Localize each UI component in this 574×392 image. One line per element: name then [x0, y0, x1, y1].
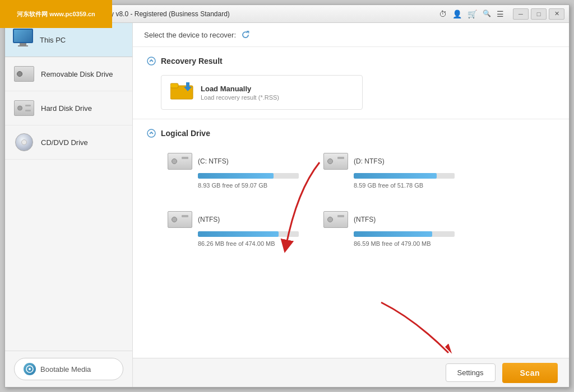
hamburger-icon[interactable]: ☰ — [497, 10, 504, 18]
drive-ntfs2-header: (NTFS) — [323, 211, 455, 228]
hard-disk-label: Hard Disk Drive — [41, 104, 92, 113]
logical-drive-section: Logical Drive (C: NTFS) — [133, 119, 569, 262]
drive-item-d[interactable]: (D: NTFS) 8.59 GB free of 51.78 GB — [317, 147, 461, 194]
load-manually-icon — [170, 81, 193, 104]
drive-ntfs2-icon — [323, 211, 348, 228]
title-bar-icons: ⏱ 👤 🛒 🔍 ☰ — [439, 10, 504, 18]
drive-c-info: 8.93 GB free of 59.07 GB — [198, 182, 299, 189]
app-window: MiniTool Power Data Recovery v8.0 - Regi… — [4, 4, 570, 388]
drive-c-icon — [168, 153, 192, 170]
device-label: Select the device to recover: — [144, 31, 236, 39]
watermark: 河东软件网 www.pc0359.cn — [0, 0, 112, 28]
close-button[interactable]: ✕ — [549, 8, 564, 20]
cd-dvd-icon — [14, 132, 34, 152]
bottom-bar: Settings Scan — [133, 358, 569, 387]
sidebar: This PC Removable Disk Drive — [5, 23, 133, 387]
minimize-button[interactable]: ─ — [513, 8, 529, 20]
computer-icon — [12, 29, 34, 51]
load-manually-item[interactable]: Load Manually Load recovery result (*.RS… — [161, 75, 363, 110]
removable-disk-label: Removable Disk Drive — [41, 70, 113, 78]
recovery-result-header: Recovery Result — [146, 56, 556, 66]
drive-d-name: (D: NTFS) — [354, 157, 385, 165]
sidebar-item-removable-disk[interactable]: Removable Disk Drive — [5, 57, 132, 91]
drive-c-header: (C: NTFS) — [168, 153, 299, 170]
drive-ntfs1-bar — [198, 231, 279, 237]
recovery-expand-icon[interactable] — [146, 56, 156, 66]
drive-c-bar-container — [198, 173, 299, 179]
svg-rect-4 — [170, 83, 178, 88]
drive-c-name: (C: NTFS) — [198, 157, 229, 165]
drive-c-bar — [198, 173, 274, 179]
drive-d-header: (D: NTFS) — [323, 153, 455, 170]
drive-ntfs2-info: 86.59 MB free of 479.00 MB — [354, 240, 455, 247]
drive-grid: (C: NTFS) 8.93 GB free of 59.07 GB ( — [161, 147, 556, 253]
drive-item-ntfs1[interactable]: (NTFS) 86.26 MB free of 474.00 MB — [161, 206, 305, 253]
recovery-result-section: Recovery Result — [133, 47, 569, 119]
content-area: Select the device to recover: — [133, 23, 569, 387]
bootable-icon — [24, 363, 36, 375]
maximize-button[interactable]: □ — [531, 8, 547, 20]
bootable-media-label: Bootable Media — [40, 365, 91, 374]
svg-point-2 — [147, 57, 155, 65]
sidebar-bottom: Bootable Media — [5, 351, 132, 387]
load-manually-subtitle: Load recovery result (*.RSS) — [201, 94, 279, 101]
logical-drive-header: Logical Drive — [146, 128, 556, 138]
drive-d-icon — [323, 153, 348, 170]
settings-button[interactable]: Settings — [446, 363, 496, 382]
logical-drive-expand-icon[interactable] — [146, 128, 156, 138]
drive-ntfs1-info: 86.26 MB free of 474.00 MB — [198, 240, 299, 247]
drive-d-info: 8.59 GB free of 51.78 GB — [354, 182, 455, 189]
removable-disk-icon — [14, 64, 34, 84]
hard-disk-icon — [14, 98, 34, 118]
svg-point-1 — [29, 368, 31, 370]
drive-ntfs2-name: (NTFS) — [354, 216, 376, 223]
sidebar-spacer — [5, 160, 132, 351]
drive-ntfs1-bar-container — [198, 231, 299, 237]
drive-item-ntfs2[interactable]: (NTFS) 86.59 MB free of 479.00 MB — [317, 206, 461, 253]
main-area: This PC Removable Disk Drive — [5, 23, 569, 387]
drive-d-bar — [354, 173, 437, 179]
title-bar-controls: ─ □ ✕ — [513, 8, 564, 20]
logical-drive-title: Logical Drive — [161, 129, 210, 138]
refresh-button[interactable] — [240, 30, 251, 40]
cart-icon[interactable]: 🛒 — [467, 10, 477, 18]
sidebar-item-this-pc[interactable]: This PC — [5, 23, 132, 57]
timer-icon[interactable]: ⏱ — [439, 10, 447, 18]
scroll-content: Recovery Result — [133, 47, 569, 358]
drive-ntfs1-name: (NTFS) — [198, 216, 220, 223]
drive-ntfs2-bar-container — [354, 231, 455, 237]
drive-ntfs1-header: (NTFS) — [168, 211, 299, 228]
search-icon[interactable]: 🔍 — [483, 10, 491, 18]
cd-dvd-label: CD/DVD Drive — [41, 138, 88, 147]
scan-button[interactable]: Scan — [502, 363, 558, 383]
drive-ntfs1-icon — [168, 211, 192, 228]
svg-point-6 — [147, 129, 155, 137]
load-text-group: Load Manually Load recovery result (*.RS… — [201, 85, 279, 101]
bootable-media-button[interactable]: Bootable Media — [14, 358, 123, 380]
drive-ntfs2-bar — [354, 231, 432, 237]
sidebar-item-cd-dvd[interactable]: CD/DVD Drive — [5, 125, 132, 160]
drive-d-bar-container — [354, 173, 455, 179]
person-icon[interactable]: 👤 — [452, 10, 462, 18]
recovery-result-title: Recovery Result — [161, 57, 223, 66]
top-bar: Select the device to recover: — [133, 23, 569, 47]
load-manually-title: Load Manually — [201, 85, 279, 93]
sidebar-item-hard-disk[interactable]: Hard Disk Drive — [5, 91, 132, 125]
this-pc-label: This PC — [40, 36, 66, 44]
drive-item-c[interactable]: (C: NTFS) 8.93 GB free of 59.07 GB — [161, 147, 305, 194]
